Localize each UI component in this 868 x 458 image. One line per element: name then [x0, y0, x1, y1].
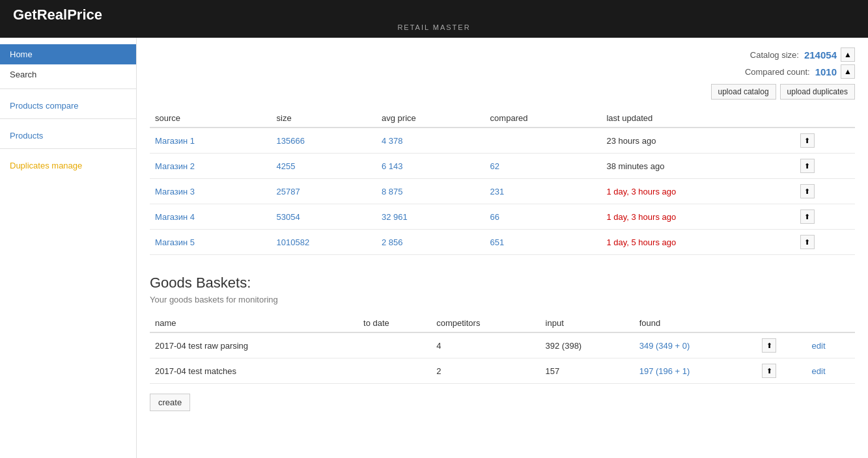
main-content: Catalog size: 214054 ▲ Compared count: 1… — [137, 38, 868, 458]
product-last-updated: 1 day, 3 hours ago — [601, 179, 794, 204]
basket-name: 2017-04 test matches — [150, 358, 358, 384]
product-last-updated: 38 minutes ago — [601, 154, 794, 179]
compared-count-value: 1010 — [815, 66, 837, 77]
goods-baskets-section: Goods Baskets: Your goods baskets for mo… — [150, 275, 855, 411]
goods-baskets-table-body: 2017-04 test raw parsing4392 (398)349 (3… — [150, 332, 855, 384]
app-header: GetRealPrice RETAIL MASTER — [0, 0, 868, 38]
product-upload-icon[interactable]: ⬆ — [800, 133, 815, 148]
table-row: Магазин 242556 1436238 minutes ago⬆ — [150, 154, 855, 179]
catalog-size-label: Catalog size: — [750, 50, 799, 60]
basket-to-date — [358, 332, 431, 358]
product-avg-price: 6 143 — [376, 154, 485, 179]
products-table-head: source size avg price compared last upda… — [150, 109, 855, 128]
product-size: 135666 — [272, 128, 376, 154]
sidebar-item-duplicates[interactable]: Duplicates manage — [0, 153, 136, 174]
product-size: 1010582 — [272, 230, 376, 255]
product-source-link[interactable]: Магазин 1 — [155, 136, 195, 146]
gb-col-action — [757, 314, 806, 332]
stats-bar: Catalog size: 214054 ▲ Compared count: 1… — [150, 47, 855, 100]
product-avg-price: 2 856 — [376, 230, 485, 255]
basket-competitors: 4 — [431, 332, 540, 358]
product-avg-price: 8 875 — [376, 179, 485, 204]
sidebar-item-products[interactable]: Products — [0, 123, 136, 144]
product-last-updated: 23 hours ago — [601, 128, 794, 154]
basket-found[interactable]: 197 (196 + 1) — [634, 358, 757, 384]
goods-baskets-title: Goods Baskets: — [150, 275, 855, 291]
product-compared: 62 — [485, 154, 602, 179]
product-last-updated: 1 day, 5 hours ago — [601, 230, 794, 255]
goods-baskets-subtitle: Your goods baskets for monitoring — [150, 295, 855, 304]
product-compared: 651 — [485, 230, 602, 255]
sidebar-item-products-compare[interactable]: Products compare — [0, 93, 136, 114]
catalog-size-upload-icon[interactable]: ▲ — [841, 47, 855, 62]
products-compare-table: source size avg price compared last upda… — [150, 109, 855, 255]
product-source-link[interactable]: Магазин 5 — [155, 237, 195, 247]
col-last-updated: last updated — [601, 109, 794, 128]
product-upload-icon[interactable]: ⬆ — [800, 235, 815, 249]
sidebar-divider-2 — [0, 118, 136, 119]
compared-count-label: Compared count: — [745, 67, 810, 77]
goods-baskets-table: name to date competitors input found 201… — [150, 314, 855, 384]
product-size: 25787 — [272, 179, 376, 204]
compared-count-upload-icon[interactable]: ▲ — [841, 64, 855, 79]
col-size: size — [272, 109, 376, 128]
catalog-size-value: 214054 — [804, 49, 837, 61]
gb-col-name: name — [150, 314, 358, 332]
product-size: 4255 — [272, 154, 376, 179]
product-compared: 231 — [485, 179, 602, 204]
col-compared: compared — [485, 109, 602, 128]
basket-edit-link[interactable]: edit — [812, 341, 826, 351]
products-table-body: Магазин 11356664 37823 hours ago⬆Магазин… — [150, 128, 855, 255]
gb-col-edit — [807, 314, 855, 332]
table-row: Магазин 3257878 8752311 day, 3 hours ago… — [150, 179, 855, 204]
table-row: Магазин 510105822 8566511 day, 5 hours a… — [150, 230, 855, 255]
basket-input: 157 — [540, 358, 634, 384]
list-item: 2017-04 test matches2157197 (196 + 1)⬆ed… — [150, 358, 855, 384]
gb-col-competitors: competitors — [431, 314, 540, 332]
create-button[interactable]: create — [150, 394, 190, 411]
app-title: GetRealPrice — [13, 7, 855, 23]
basket-upload-icon[interactable]: ⬆ — [762, 338, 776, 353]
product-source-link[interactable]: Магазин 2 — [155, 161, 195, 171]
basket-upload-icon[interactable]: ⬆ — [762, 364, 776, 378]
product-avg-price: 4 378 — [376, 128, 485, 154]
product-source-link[interactable]: Магазин 3 — [155, 187, 195, 196]
basket-edit-link[interactable]: edit — [812, 366, 826, 376]
col-source: source — [150, 109, 272, 128]
col-avg-price: avg price — [376, 109, 485, 128]
sidebar: Home Search Products compare Products Du… — [0, 38, 137, 458]
catalog-size-row: Catalog size: 214054 ▲ — [750, 47, 855, 62]
gb-col-input: input — [540, 314, 634, 332]
product-upload-icon[interactable]: ⬆ — [800, 209, 815, 224]
basket-to-date — [358, 358, 431, 384]
sidebar-item-home[interactable]: Home — [0, 44, 136, 64]
basket-found[interactable]: 349 (349 + 0) — [634, 332, 757, 358]
gb-col-to-date: to date — [358, 314, 431, 332]
product-upload-icon[interactable]: ⬆ — [800, 159, 815, 173]
upload-duplicates-button[interactable]: upload duplicates — [780, 84, 855, 100]
gb-col-found: found — [634, 314, 757, 332]
product-last-updated: 1 day, 3 hours ago — [601, 204, 794, 230]
goods-baskets-table-head: name to date competitors input found — [150, 314, 855, 332]
sidebar-item-search[interactable]: Search — [0, 64, 136, 85]
upload-buttons: upload catalog upload duplicates — [711, 84, 855, 100]
basket-input: 392 (398) — [540, 332, 634, 358]
upload-catalog-button[interactable]: upload catalog — [711, 84, 776, 100]
compared-count-row: Compared count: 1010 ▲ — [745, 64, 855, 79]
sidebar-divider-3 — [0, 148, 136, 149]
table-row: Магазин 45305432 961661 day, 3 hours ago… — [150, 204, 855, 230]
basket-competitors: 2 — [431, 358, 540, 384]
product-avg-price: 32 961 — [376, 204, 485, 230]
basket-name: 2017-04 test raw parsing — [150, 332, 358, 358]
product-compared — [485, 128, 602, 154]
product-size: 53054 — [272, 204, 376, 230]
product-compared: 66 — [485, 204, 602, 230]
col-action — [795, 109, 855, 128]
sidebar-divider-1 — [0, 88, 136, 89]
app-subtitle: RETAIL MASTER — [13, 23, 855, 31]
product-source-link[interactable]: Магазин 4 — [155, 212, 195, 222]
product-upload-icon[interactable]: ⬆ — [800, 184, 815, 198]
list-item: 2017-04 test raw parsing4392 (398)349 (3… — [150, 332, 855, 358]
table-row: Магазин 11356664 37823 hours ago⬆ — [150, 128, 855, 154]
